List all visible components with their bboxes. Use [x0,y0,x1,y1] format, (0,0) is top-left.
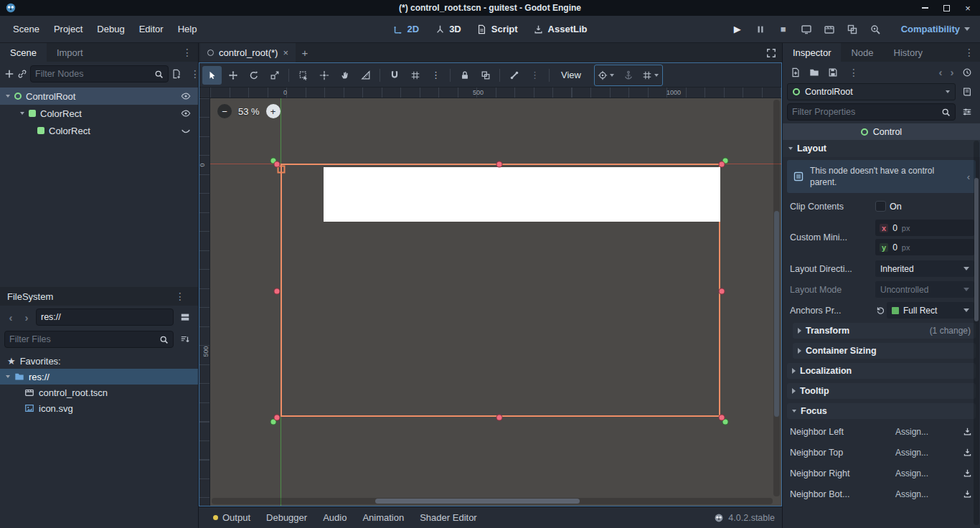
load-resource-button[interactable] [806,64,823,81]
lock-node-button[interactable] [455,66,474,85]
ruler-tool-button[interactable] [356,66,375,85]
anchors-preset-dropdown[interactable]: Full Rect [887,302,974,319]
resize-handle[interactable] [497,162,502,167]
filter-files-input[interactable] [9,334,156,344]
add-node-button[interactable] [4,65,14,82]
menu-help[interactable]: Help [171,19,204,39]
revert-icon[interactable] [874,306,887,315]
load-node-icon[interactable] [960,448,974,457]
filesystem-menu-icon[interactable]: ⋮ [169,291,191,302]
move-tool-button[interactable] [223,66,242,85]
canvas-viewport[interactable]: − 53 % + [210,98,781,506]
zoom-in-button[interactable]: + [266,104,281,118]
layout-group-header[interactable]: Layout [783,140,980,157]
tab-node[interactable]: Node [841,43,883,62]
tab-audio[interactable]: Audio [316,509,354,527]
history-back-button[interactable]: ‹ [936,66,946,78]
open-docs-button[interactable] [958,83,976,100]
view-menu-button[interactable]: View [554,66,588,85]
renderer-dropdown[interactable]: Compatibility [897,21,974,37]
play-custom-scene-button[interactable] [844,21,861,38]
tab-history[interactable]: History [884,43,933,62]
scale-tool-button[interactable] [265,66,284,85]
collapse-warning-icon[interactable]: ‹ [967,171,970,182]
anchor-handle[interactable] [723,420,728,425]
resource-menu-icon[interactable]: ⋮ [843,67,864,78]
play-scene-button[interactable] [821,21,838,38]
grid-snap-button[interactable] [405,66,425,85]
minimize-button[interactable] [920,3,930,13]
group-node-button[interactable] [476,66,495,85]
visibility-eye-icon[interactable] [178,91,194,101]
favorites-row[interactable]: ★ Favorites: [0,353,198,369]
horizontal-scrollbar[interactable] [212,498,773,504]
resize-handle[interactable] [720,415,725,420]
section-localization[interactable]: Localization [787,363,976,379]
skeleton-menu-icon[interactable]: ⋮ [525,66,545,85]
scene-tab-control-root[interactable]: control_root(*) × [200,43,296,62]
ruler-top[interactable]: 0 500 1000 [210,88,781,98]
skeleton-options-button[interactable] [504,66,524,85]
split-view-icon[interactable] [176,308,194,326]
remote-debug-button[interactable] [798,21,815,38]
pan-tool-button[interactable] [335,66,354,85]
assign-button[interactable]: Assign... [895,489,956,499]
filter-nodes-input[interactable] [35,69,151,79]
custom-min-y-spinbox[interactable]: y 0 px [875,239,974,255]
tab-scene[interactable]: Scene [0,43,47,62]
load-node-icon[interactable] [960,468,974,478]
history-forward-button[interactable]: › [947,66,957,78]
rotate-tool-button[interactable] [244,66,263,85]
menu-project[interactable]: Project [47,19,90,39]
play-button[interactable]: ▶ [729,21,746,38]
nav-back-button[interactable]: ‹ [4,311,17,324]
assign-button[interactable]: Assign... [895,427,956,437]
menu-scene[interactable]: Scene [6,19,47,39]
distraction-free-icon[interactable] [760,43,782,62]
tab-inspector[interactable]: Inspector [783,43,841,62]
clip-contents-checkbox[interactable] [875,201,886,212]
workspace-assetlib[interactable]: AssetLib [534,24,588,34]
menu-debug[interactable]: Debug [90,19,131,39]
container-sizing-dropdown[interactable] [640,66,661,85]
section-container-sizing[interactable]: Container Sizing [793,343,976,359]
stop-button[interactable]: ■ [775,21,792,38]
path-input[interactable] [41,312,169,322]
anchor-handle[interactable] [271,420,276,425]
anchors-icon[interactable] [618,66,639,85]
select-tool-button[interactable] [202,66,222,85]
save-resource-button[interactable] [824,64,842,81]
zoom-out-button[interactable]: − [217,104,232,118]
property-tools-icon[interactable] [958,103,976,121]
movie-maker-button[interactable] [867,21,884,38]
zoom-level[interactable]: 53 % [238,106,260,117]
assign-button[interactable]: Assign... [895,448,956,458]
load-node-icon[interactable] [960,427,974,436]
nav-forward-button[interactable]: › [20,311,33,324]
workspace-2d[interactable]: 2D [393,24,420,34]
load-node-icon[interactable] [960,489,974,499]
resize-handle[interactable] [275,162,280,167]
attach-script-button[interactable] [171,65,182,82]
ruler-left[interactable]: 0 500 [199,98,210,506]
vertical-scrollbar[interactable] [773,100,780,496]
maximize-button[interactable] [941,3,951,13]
inspector-scrollbar[interactable] [974,141,979,525]
layout-direction-dropdown[interactable]: Inherited [875,260,974,277]
section-tooltip[interactable]: Tooltip [787,383,976,399]
tree-row[interactable]: ColorRect [0,105,198,122]
section-focus[interactable]: Focus [787,403,976,419]
object-history-icon[interactable] [958,64,976,81]
pause-button[interactable] [752,21,769,38]
resize-handle[interactable] [275,415,280,420]
tree-row[interactable]: ColorRect [0,122,198,139]
instance-scene-button[interactable] [17,65,27,82]
section-transform[interactable]: Transform (1 change) [793,323,976,339]
file-row-scene[interactable]: control_root.tscn [0,385,198,400]
resize-handle[interactable] [720,289,725,294]
collapse-icon[interactable] [6,375,10,378]
tree-row[interactable]: ControlRoot [0,88,198,105]
workspace-3d[interactable]: 3D [435,24,461,34]
workspace-script[interactable]: Script [477,24,518,34]
new-resource-button[interactable] [787,64,804,81]
